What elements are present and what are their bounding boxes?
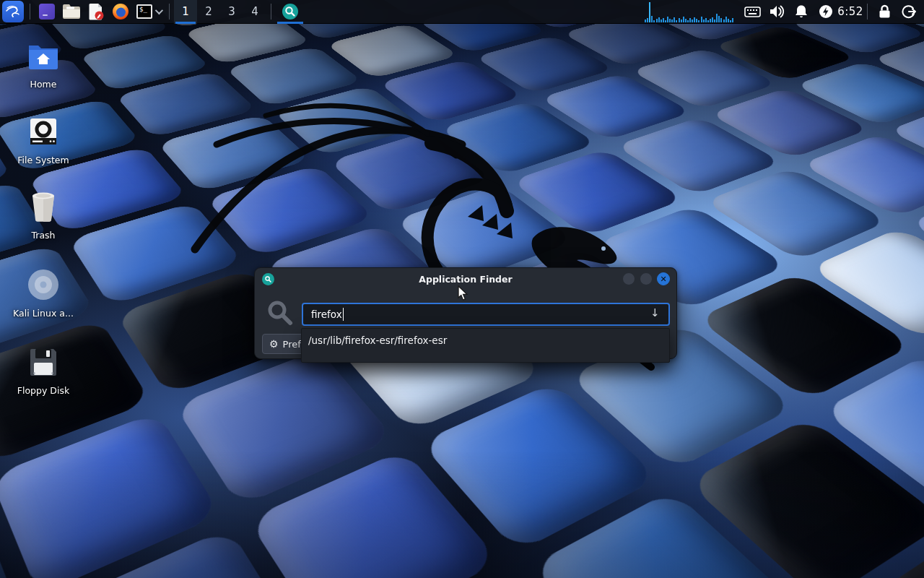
launcher-text-editor[interactable] — [84, 0, 108, 24]
text-caret — [343, 308, 344, 321]
system-tray: 6:52 — [643, 0, 924, 24]
desktop-icon-floppy-disk[interactable]: Floppy Disk — [7, 345, 79, 396]
launcher-desktop-app[interactable] — [35, 0, 59, 24]
desktop-icon-label: File System — [7, 155, 79, 165]
terminal-icon: $_ — [136, 4, 152, 19]
desktop-app-icon — [38, 3, 56, 20]
lock-screen-button[interactable] — [872, 0, 897, 24]
window-title: Application Finder — [255, 274, 676, 285]
search-input[interactable] — [302, 303, 670, 326]
workspace-label: 4 — [251, 5, 258, 18]
text-editor-icon — [87, 3, 105, 20]
keyboard-icon — [744, 7, 761, 17]
notifications[interactable] — [789, 0, 814, 24]
taskbar-application-finder-button[interactable] — [276, 0, 305, 24]
home-folder-icon — [7, 38, 79, 73]
top-panel: $_ 1 2 3 4 — [0, 0, 924, 24]
search-glyph-icon — [266, 299, 294, 327]
workspace-2-button[interactable]: 2 — [197, 0, 220, 24]
power-manager-icon — [819, 4, 833, 19]
panel-separator — [169, 4, 170, 20]
search-icon — [282, 3, 299, 20]
hard-disk-icon — [7, 114, 79, 149]
volume-control[interactable] — [764, 0, 789, 24]
dragon-eye — [601, 246, 606, 251]
workspace-label: 2 — [205, 5, 212, 18]
workspace-3-button[interactable]: 3 — [220, 0, 243, 24]
kali-menu-icon — [2, 1, 24, 22]
desktop-icon-label: Home — [7, 79, 79, 90]
workspace-4-button[interactable]: 4 — [243, 0, 266, 24]
completion-dropdown: /usr/lib/firefox-esr/firefox-esr — [301, 328, 670, 363]
desktop-icon-trash[interactable]: Trash — [7, 189, 79, 241]
desktop-icon-home[interactable]: Home — [7, 38, 79, 90]
desktop-icon-label: Trash — [7, 230, 79, 241]
dropdown-arrow-icon[interactable]: ↓ — [650, 306, 660, 319]
panel-separator — [271, 4, 271, 20]
launcher-terminal[interactable]: $_ — [133, 0, 165, 24]
completion-item[interactable]: /usr/lib/firefox-esr/firefox-esr — [302, 329, 669, 346]
lock-icon — [879, 4, 891, 19]
applications-menu-button[interactable] — [0, 0, 25, 24]
log-out-icon — [902, 4, 916, 19]
workspace-label: 1 — [182, 5, 189, 18]
clock-text: 6:52 — [837, 5, 863, 18]
workspace-label: 3 — [228, 5, 235, 18]
desktop-icon-label: Floppy Disk — [7, 385, 79, 396]
maximize-button[interactable] — [640, 272, 653, 285]
desktop: Home File System Trash — [0, 0, 924, 578]
clock[interactable]: 6:52 — [838, 0, 863, 24]
gear-icon: ⚙ — [269, 339, 279, 349]
firefox-icon — [112, 3, 129, 20]
power-manager[interactable] — [814, 0, 838, 24]
launcher-firefox[interactable] — [108, 0, 133, 24]
panel-separator — [867, 4, 868, 20]
close-button[interactable]: ✕ — [657, 272, 670, 285]
minimize-button[interactable] — [622, 272, 635, 285]
floppy-disk-icon — [7, 345, 79, 379]
workspace-1-button[interactable]: 1 — [174, 0, 197, 24]
launcher-file-manager[interactable] — [59, 0, 84, 24]
volume-icon — [769, 5, 785, 18]
bell-icon — [795, 4, 808, 19]
panel-separator — [30, 4, 30, 20]
keyboard-indicator[interactable] — [740, 0, 764, 24]
mouse-cursor — [458, 285, 469, 301]
kali-docs-icon — [7, 267, 79, 302]
trash-can-icon — [7, 189, 79, 224]
log-out-button[interactable] — [897, 0, 921, 24]
desktop-icon-label: Kali Linux a... — [7, 308, 79, 319]
file-manager-icon — [62, 4, 81, 20]
desktop-icon-kali-linux-doc[interactable]: Kali Linux a... — [7, 267, 79, 319]
cpu-graph-widget[interactable] — [643, 0, 736, 24]
window-icon-search — [262, 273, 274, 285]
chevron-down-icon — [155, 7, 163, 14]
desktop-icon-file-system[interactable]: File System — [7, 114, 79, 165]
